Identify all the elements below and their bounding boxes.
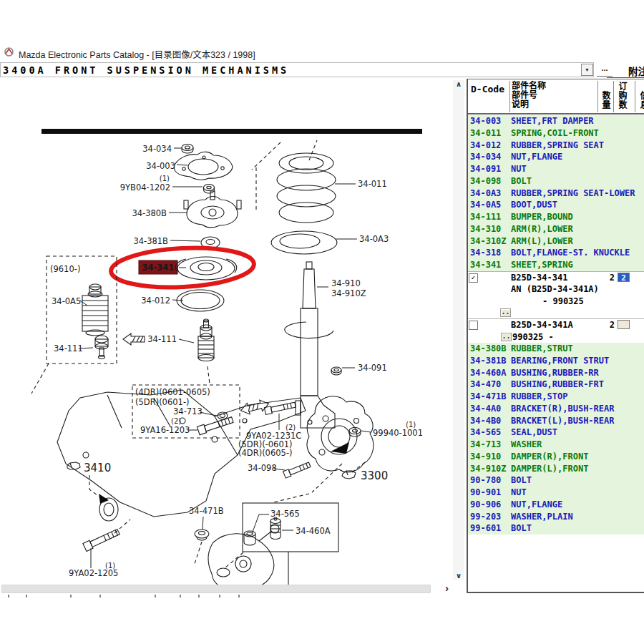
bumper-34-111-right-glyph [198, 319, 214, 361]
sheet-34-341-glyph[interactable] [175, 257, 236, 280]
part-number-link[interactable]: B25D-34-341A [511, 319, 585, 332]
part-row[interactable]: 34-4A0BRACKET(R),BUSH-REAR [468, 403, 644, 415]
part-row[interactable]: 34-011SPRING,COIL-FRONT [468, 127, 644, 140]
seal-34-565-glyph [244, 531, 255, 545]
variant-checkbox[interactable]: ✓ [469, 273, 478, 283]
part-row[interactable]: 34-310ARM(R),LOWER [468, 223, 644, 235]
mount-34-380b-glyph [184, 191, 241, 228]
qty-value: 2 [606, 272, 615, 284]
coil-spring-34-011-glyph [277, 153, 336, 223]
variant-row[interactable]: ✓B25D-34-34122 [468, 271, 644, 283]
part-row[interactable]: 34-012RUBBER,SPRING SEAT [468, 140, 644, 152]
part-name: RUBBER,STOP [511, 391, 567, 403]
part-d-code: 34-471B [470, 391, 507, 403]
part-name: DAMPER(L),FRONT [511, 463, 588, 475]
part-name: SHEET,FRT DAMPER [511, 115, 594, 127]
part-d-code: 34-318 [470, 247, 501, 259]
part-row[interactable]: 34-0A3RUBBER,SPRING SEAT-LOWER [468, 187, 644, 200]
part-row[interactable]: 34-380BRUBBER,STRUT [468, 343, 644, 355]
part-row[interactable]: 34-910DAMPER(R),FRONT [468, 451, 644, 463]
combo-dropdown-button[interactable]: ▼ [581, 64, 593, 76]
more-button[interactable]: .. [500, 308, 511, 317]
part-d-code: 34-011 [470, 127, 501, 140]
part-row[interactable]: 34-565SEAL,DUST [468, 426, 644, 439]
part-d-code: 34-565 [470, 426, 501, 439]
part-row[interactable]: 34-713WASHER [468, 439, 644, 451]
part-row[interactable]: 34-318BOLT,FLANGE-ST. KNUCKLE [468, 247, 644, 259]
diagram-label: 9YA16-1203 [140, 425, 190, 435]
diagram-label: 9YA02-1205 [69, 568, 118, 578]
scroll-up-arrow-icon[interactable]: ∧ [453, 80, 464, 88]
order-qty-input[interactable] [618, 320, 630, 329]
part-name: RUBBER,SPRING SEAT [511, 140, 604, 152]
highlighted-part-label[interactable]: 34-341 [142, 263, 175, 273]
part-name: DAMPER(R),FRONT [511, 451, 588, 463]
diagram-label: 34-460A [296, 526, 331, 536]
diagram-label: 34-471B [189, 506, 224, 516]
part-d-code: 90-906 [470, 499, 501, 511]
bumper-34-111-left-glyph [95, 336, 108, 359]
diagram-label: 34-565 [270, 509, 300, 519]
part-name: SEAL,DUST [511, 426, 557, 439]
part-row[interactable]: 34-091NUT [468, 163, 644, 175]
part-name: ARM(R),LOWER [511, 223, 573, 235]
section-combo-value: 3400A FRONT SUSPENSION MECHANISMS [3, 64, 289, 76]
part-name: BRACKET(L),BUSH-REAR [511, 415, 615, 427]
part-row[interactable]: 34-4B0BRACKET(L),BUSH-REAR [468, 415, 644, 427]
more-note-row: ..990325 - [468, 331, 644, 343]
part-row[interactable]: 34-910ZDAMPER(L),FRONT [468, 463, 644, 475]
part-name: BUMPER,BOUND [511, 211, 573, 223]
mazda-epc-window: { "window": { "title": "Mazda Electronic… [0, 0, 644, 644]
nut-34-034-glyph [182, 145, 193, 154]
order-qty-input[interactable]: 2 [618, 273, 630, 282]
nut-9yb04-1202-glyph [204, 185, 215, 194]
part-row[interactable]: 90-906NUT,FLANGE [468, 499, 644, 511]
diagram-vertical-scrollbar[interactable] [453, 80, 464, 580]
part-d-code: 34-0A5 [470, 199, 501, 211]
diagram-label: 34-111 [54, 343, 83, 353]
section-combo[interactable]: 3400A FRONT SUSPENSION MECHANISMS [0, 62, 594, 77]
part-d-code: 34-910 [470, 451, 501, 463]
diagram-label: (4DR)(0605-) [238, 448, 293, 458]
scroll-down-arrow-icon[interactable]: ∨ [453, 572, 464, 580]
part-row[interactable]: 34-098BOLT [468, 175, 644, 187]
part-name: SHEET,SPRING [511, 259, 573, 271]
part-d-code: 34-910Z [470, 463, 507, 475]
part-name: NUT [511, 163, 527, 175]
part-d-code: 99-203 [470, 511, 501, 523]
variant-checkbox[interactable] [469, 321, 478, 330]
diagram-horizontal-scrollbar[interactable] [1, 585, 431, 593]
part-row[interactable]: 34-470BUSHING,RUBBER-FRT [468, 379, 644, 391]
header-d-code: D-Code [471, 84, 504, 94]
part-row[interactable]: 34-460ABUSHING,RUBBER-RR [468, 367, 644, 379]
part-name: BEARING,FRONT STRUT [511, 355, 609, 367]
diagram-label: 3410 [84, 462, 111, 474]
part-row[interactable]: 34-111BUMPER,BOUND [468, 211, 644, 223]
more-button[interactable]: .. [501, 333, 512, 341]
diagram-label: (4DR)(0601-0605) [135, 387, 210, 397]
part-row[interactable]: 34-381BBEARING,FRONT STRUT [468, 355, 644, 367]
diagram-canvas[interactable]: 34-03434-003(1)9YB04-120234-380B34-381B3… [0, 79, 442, 598]
diagram-label: 34-111 [147, 334, 177, 344]
rubber-34-012-glyph [177, 290, 224, 311]
part-row[interactable]: 34-341SHEET,SPRING [468, 259, 644, 271]
bolt-9ya16-1203-glyph [197, 416, 233, 435]
stop-34-471b-glyph [195, 530, 209, 540]
diagram-label: 34-0A5 [52, 296, 81, 306]
part-row[interactable]: 34-034NUT,FLANGE [468, 151, 644, 163]
left-arrow-icon [123, 333, 145, 345]
part-d-code: 34-111 [470, 211, 501, 223]
part-row[interactable]: 34-003SHEET,FRT DAMPER [468, 115, 644, 127]
part-row[interactable]: 34-471BRUBBER,STOP [468, 391, 644, 403]
part-row[interactable]: 34-0A5BOOT,DUST [468, 199, 644, 211]
part-row[interactable]: 99-601BOLT [468, 522, 644, 535]
scroll-right-arrow-icon[interactable]: › [445, 582, 449, 594]
part-row[interactable]: 34-310ZARM(L),LOWER [468, 235, 644, 248]
attachment-tab[interactable]: 附注 [607, 62, 644, 78]
part-d-code: 34-310Z [470, 235, 507, 248]
part-row[interactable]: 90-780BOLT [468, 474, 644, 487]
part-row[interactable]: 90-901NUT [468, 487, 644, 499]
variant-row[interactable]: B25D-34-341A2 [468, 318, 644, 331]
part-row[interactable]: 99-203WASHER,PLAIN [468, 511, 644, 523]
part-number-link[interactable]: B25D-34-341 [511, 272, 585, 285]
